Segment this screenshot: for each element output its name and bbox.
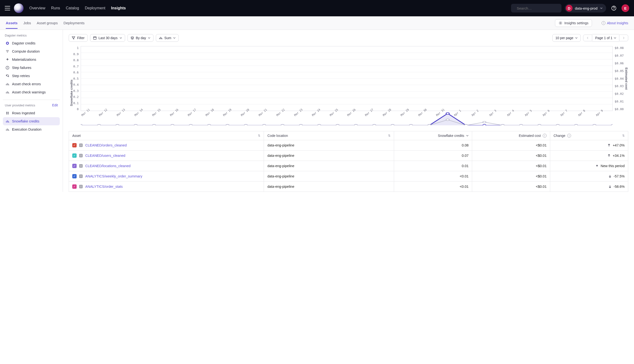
col-change[interactable]: Change bbox=[554, 134, 565, 138]
arrow-right-icon bbox=[622, 36, 625, 40]
table-icon bbox=[79, 185, 83, 188]
sidebar-item-label: Step retries bbox=[12, 74, 30, 78]
cost-cell: <$0.01 bbox=[472, 161, 550, 171]
tab-deployments[interactable]: Deployments bbox=[64, 17, 84, 29]
asset-link[interactable]: CLEANED/locations_cleaned bbox=[85, 164, 131, 168]
nav-overview[interactable]: Overview bbox=[29, 6, 46, 10]
sidebar-item-materializations[interactable]: Materializations bbox=[3, 56, 60, 64]
arrow-left-icon bbox=[586, 36, 589, 40]
deployment-selector[interactable]: D data-eng-prod bbox=[565, 4, 606, 12]
svg-point-9 bbox=[8, 112, 9, 113]
dagster-icon bbox=[5, 41, 10, 46]
nav-deployment[interactable]: Deployment bbox=[85, 6, 105, 10]
nav-runs[interactable]: Runs bbox=[51, 6, 60, 10]
aggregation-button[interactable]: Sum bbox=[156, 34, 179, 42]
duration-icon bbox=[5, 49, 10, 54]
row-checkbox[interactable]: ✓ bbox=[72, 174, 76, 178]
edit-metrics-link[interactable]: Edit bbox=[52, 103, 58, 107]
info-icon[interactable]: i bbox=[543, 134, 546, 138]
row-checkbox[interactable]: ✓ bbox=[72, 164, 76, 168]
menu-toggle-icon[interactable] bbox=[5, 6, 10, 10]
table-icon bbox=[79, 154, 83, 158]
table-icon bbox=[79, 164, 83, 168]
chevron-down-icon bbox=[148, 37, 150, 39]
perpage-button[interactable]: 10 per page bbox=[552, 34, 581, 42]
asset-link[interactable]: ANALYTICS/weekly_order_summary bbox=[85, 174, 142, 178]
daterange-button[interactable]: Last 30 days bbox=[90, 34, 125, 42]
chart: Snowflake credits 10.90.80.70.60.50.40.3… bbox=[69, 46, 628, 125]
barchart-icon bbox=[5, 90, 10, 94]
sidebar-item-compute-duration[interactable]: Compute duration bbox=[3, 47, 60, 56]
svg-rect-73 bbox=[80, 144, 82, 147]
sidebar-item-label: Asset check warnings bbox=[12, 90, 46, 94]
toolbar: Filter Last 30 days By day Sum 10 per pa… bbox=[69, 34, 628, 42]
sidebar-item-asset-check-errors[interactable]: Asset check errors bbox=[3, 80, 60, 88]
search-input[interactable] bbox=[517, 6, 562, 10]
sidebar-item-rows-ingested[interactable]: Rows Ingested bbox=[3, 109, 60, 117]
change-dir-icon bbox=[595, 164, 599, 168]
deployment-name: data-eng-prod bbox=[575, 6, 598, 10]
sidebar-item-dagster-credits[interactable]: Dagster credits bbox=[3, 39, 60, 47]
search-box[interactable]: / bbox=[511, 4, 562, 12]
about-insights-link[interactable]: i About Insights bbox=[602, 21, 628, 25]
table-row: ✓CLEANED/users_cleaneddata-eng-pipeline0… bbox=[69, 150, 628, 161]
next-page-button[interactable] bbox=[619, 34, 628, 41]
sort-icon[interactable]: ⇅ bbox=[258, 134, 260, 137]
info-icon[interactable]: i bbox=[567, 134, 571, 138]
chevron-down-icon bbox=[120, 37, 122, 39]
sort-icon[interactable]: ⇅ bbox=[622, 134, 625, 137]
sidebar-item-label: Rows Ingested bbox=[12, 111, 35, 115]
tab-assets[interactable]: Assets bbox=[6, 17, 18, 29]
layers-icon bbox=[131, 36, 134, 40]
sparkle-icon bbox=[5, 58, 10, 62]
col-credits[interactable]: Snowflake credits bbox=[438, 134, 464, 138]
barchart-icon bbox=[159, 36, 162, 40]
code-location-cell: data-eng-pipeline bbox=[264, 150, 394, 161]
nav-links: Overview Runs Catalog Deployment Insight… bbox=[29, 6, 126, 10]
table-row: ✓CLEANED/locations_cleaneddata-eng-pipel… bbox=[69, 161, 628, 171]
col-code-location[interactable]: Code location bbox=[267, 134, 288, 138]
chevron-down-icon bbox=[614, 37, 616, 39]
svg-point-11 bbox=[8, 113, 9, 114]
sidebar-item-step-retries[interactable]: Step retries bbox=[3, 72, 60, 80]
calendar-icon bbox=[93, 36, 96, 40]
asset-link[interactable]: CLEANED/users_cleaned bbox=[85, 154, 125, 158]
x-axis: Mar 11Mar 12Mar 13Mar 14Mar 15Mar 16Mar … bbox=[81, 112, 613, 125]
chevron-down-icon[interactable] bbox=[466, 134, 468, 137]
avatar[interactable]: E bbox=[622, 4, 629, 12]
sidebar-item-asset-check-warnings[interactable]: Asset check warnings bbox=[3, 88, 60, 96]
chart-plot[interactable]: Mar 11Mar 12Mar 13Mar 14Mar 15Mar 16Mar … bbox=[81, 46, 613, 125]
tab-jobs[interactable]: Jobs bbox=[23, 17, 31, 29]
tab-asset-groups[interactable]: Asset groups bbox=[37, 17, 58, 29]
sidebar-item-step-failures[interactable]: Step failures bbox=[3, 64, 60, 72]
y-axis-left: 10.90.80.70.60.50.40.30.20.10 bbox=[73, 46, 81, 125]
sidebar-item-execution-duration[interactable]: Execution Duration bbox=[3, 125, 60, 134]
insights-settings-button[interactable]: Insights settings bbox=[555, 19, 592, 27]
filter-button[interactable]: Filter bbox=[69, 34, 88, 42]
page-indicator[interactable]: Page 1 of 1 bbox=[592, 34, 619, 42]
row-checkbox[interactable]: ✓ bbox=[72, 154, 76, 158]
change-value: -57.5% bbox=[614, 174, 625, 178]
asset-link[interactable]: CLEANED/orders_cleaned bbox=[85, 143, 126, 147]
sidebar-item-snowflake-credits[interactable]: Snowflake credits bbox=[3, 117, 60, 125]
insights-settings-label: Insights settings bbox=[564, 21, 588, 25]
col-asset[interactable]: Asset bbox=[72, 134, 81, 138]
svg-rect-74 bbox=[80, 154, 82, 157]
logo[interactable] bbox=[14, 3, 24, 13]
col-cost[interactable]: Estimated cost bbox=[519, 134, 541, 138]
svg-rect-76 bbox=[80, 175, 82, 178]
sort-icon[interactable]: ⇅ bbox=[388, 134, 390, 137]
asset-link[interactable]: ANALYTICS/order_stats bbox=[85, 185, 123, 188]
grouping-button[interactable]: By day bbox=[128, 34, 154, 42]
table-icon bbox=[79, 143, 83, 147]
table-row: ✓CLEANED/orders_cleaneddata-eng-pipeline… bbox=[69, 140, 628, 150]
row-checkbox[interactable]: ✓ bbox=[72, 184, 76, 189]
help-icon[interactable] bbox=[610, 4, 618, 12]
table-icon bbox=[79, 174, 83, 178]
nav-insights[interactable]: Insights bbox=[111, 6, 126, 10]
subnav: Assets Jobs Asset groups Deployments Ins… bbox=[0, 16, 634, 30]
row-checkbox[interactable]: ✓ bbox=[72, 143, 76, 148]
cost-cell: <$0.01 bbox=[472, 182, 550, 192]
nav-catalog[interactable]: Catalog bbox=[66, 6, 79, 10]
prev-page-button[interactable] bbox=[583, 34, 592, 41]
